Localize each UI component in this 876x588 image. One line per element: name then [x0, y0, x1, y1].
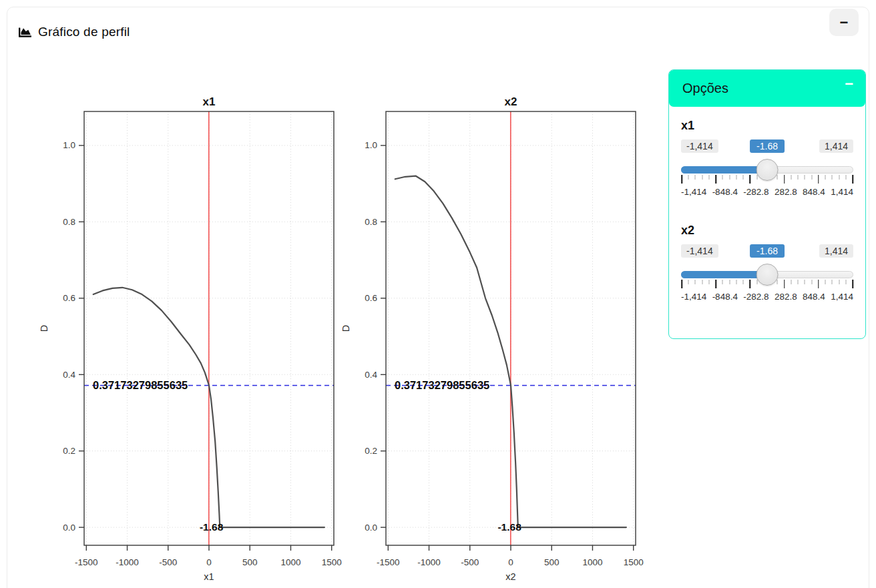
- slider-grid-label: 848.4: [803, 187, 825, 197]
- slider-major-tick: [715, 280, 716, 288]
- slider-x2-filled-bar[interactable]: [681, 271, 767, 278]
- x-tick-label: -500: [461, 557, 479, 567]
- slider-grid-label: 1,414: [831, 292, 853, 302]
- vline-value-annotation: -1.68: [497, 521, 521, 533]
- slider-minor-tick: [825, 280, 826, 284]
- slider-minor-tick: [839, 175, 839, 180]
- slider-minor-tick: [729, 280, 730, 284]
- y-tick-label: 0.8: [63, 217, 75, 227]
- slider-minor-tick: [695, 280, 696, 284]
- slider-major-tick: [818, 280, 819, 288]
- profile-card: Gráfico de perfil − -1500-1000-500050010…: [7, 7, 869, 588]
- y-tick-label: 0.0: [63, 523, 75, 533]
- slider-x2-min-badge: -1,414: [681, 244, 718, 258]
- slider-grid-label: 848.4: [803, 292, 825, 302]
- slider-group-x2: x2 -1,414 1,414 -1.68 -1,414-848.4-282.8…: [681, 224, 853, 308]
- slider-minor-tick: [825, 175, 826, 180]
- slider-minor-tick: [736, 280, 736, 284]
- slider-grid-label: 282.8: [775, 292, 797, 302]
- y-tick-label: 0.4: [63, 370, 75, 380]
- slider-x1-max-badge: 1,414: [819, 139, 853, 153]
- slider-minor-tick: [845, 280, 846, 284]
- slider-grid-label: -1,414: [681, 292, 706, 302]
- profile-plot-x2: -1500-1000-5000500100015000.00.20.40.60.…: [336, 94, 650, 588]
- options-panel: Opções − x1 -1,414 1,414 -1.68 -1,414-84…: [668, 69, 866, 339]
- profile-plot-x1: -1500-1000-5000500100015000.00.20.40.60.…: [34, 94, 348, 588]
- x-tick-label: 500: [544, 557, 560, 567]
- slider-x2-grid-labels: -1,414-848.4-282.8282.8848.41,414: [681, 292, 853, 302]
- slider-minor-tick: [722, 280, 723, 284]
- y-tick-label: 1.0: [365, 140, 377, 150]
- slider-x2-max-badge: 1,414: [819, 244, 853, 258]
- x-tick-label: -1000: [116, 557, 139, 567]
- slider-minor-tick: [798, 175, 799, 180]
- x-tick-label: -1500: [75, 557, 98, 567]
- slider-x2: -1,414 1,414 -1.68 -1,414-848.4-282.8282…: [681, 244, 853, 308]
- y-axis-label: D: [39, 325, 49, 332]
- slider-x1-grid-labels: -1,414-848.4-282.8282.8848.41,414: [681, 187, 853, 197]
- slider-minor-tick: [743, 280, 744, 284]
- chart-area-icon: [18, 26, 32, 39]
- x-tick-label: 1000: [280, 557, 300, 567]
- slider-x1: -1,414 1,414 -1.68 -1,414-848.4-282.8282…: [681, 139, 853, 204]
- slider-minor-tick: [695, 175, 696, 180]
- y-tick-label: 0.0: [365, 523, 377, 533]
- slider-minor-tick: [729, 175, 730, 180]
- slider-minor-tick: [845, 175, 846, 180]
- slider-minor-tick: [688, 280, 689, 284]
- slider-group-x1: x1 -1,414 1,414 -1.68 -1,414-848.4-282.8…: [681, 119, 853, 204]
- x-tick-label: -1000: [417, 557, 441, 567]
- slider-minor-tick: [702, 280, 702, 284]
- y-tick-label: 1.0: [63, 140, 75, 150]
- y-tick-label: 0.4: [365, 370, 377, 380]
- slider-minor-tick: [805, 280, 805, 284]
- card-collapse-button[interactable]: −: [829, 9, 859, 36]
- slider-minor-tick: [777, 280, 778, 284]
- slider-major-tick: [852, 280, 853, 288]
- slider-grid-label: -1,414: [681, 187, 706, 197]
- x-tick-label: 1000: [582, 557, 602, 567]
- slider-major-tick: [784, 280, 785, 288]
- slider-minor-tick: [805, 175, 805, 180]
- x-tick-label: 1500: [624, 557, 644, 567]
- slider-minor-tick: [791, 280, 791, 284]
- slider-x2-label: x2: [681, 224, 853, 238]
- slider-minor-tick: [791, 175, 791, 180]
- slider-minor-tick: [736, 175, 736, 180]
- slider-minor-tick: [839, 280, 839, 284]
- plot-title: x2: [505, 95, 517, 108]
- slider-x1-min-badge: -1,414: [681, 139, 718, 153]
- slider-minor-tick: [708, 175, 709, 180]
- hline-value-annotation: 0.37173279855635: [395, 379, 489, 391]
- slider-x1-handle[interactable]: [756, 159, 779, 181]
- y-tick-label: 0.2: [63, 446, 75, 456]
- vline-value-annotation: -1.68: [200, 521, 224, 533]
- slider-major-tick: [750, 175, 751, 184]
- slider-grid-label: -848.4: [712, 187, 738, 197]
- x-tick-label: 0: [508, 557, 513, 567]
- x-tick-label: -1500: [377, 557, 400, 567]
- slider-x1-label: x1: [681, 119, 853, 133]
- x-axis-label: x1: [204, 571, 214, 582]
- plot-title: x1: [203, 95, 216, 108]
- slider-grid-label: 282.8: [775, 187, 797, 197]
- slider-x1-value-badge: -1.68: [750, 139, 785, 153]
- x-axis-label: x2: [505, 571, 515, 582]
- slider-minor-tick: [832, 175, 833, 180]
- slider-grid-label: -282.8: [743, 187, 769, 197]
- slider-x1-filled-bar[interactable]: [681, 166, 767, 174]
- x-tick-label: 0: [206, 557, 212, 567]
- y-tick-label: 0.6: [365, 293, 377, 303]
- slider-minor-tick: [688, 175, 689, 180]
- slider-major-tick: [681, 175, 682, 184]
- slider-x2-handle[interactable]: [756, 264, 779, 286]
- slider-minor-tick: [722, 175, 723, 180]
- slider-x2-value-badge: -1.68: [750, 244, 785, 258]
- hline-value-annotation: 0.37173279855635: [93, 379, 188, 391]
- y-tick-label: 0.2: [365, 446, 377, 456]
- slider-grid-label: -848.4: [712, 292, 738, 302]
- slider-minor-tick: [777, 175, 778, 180]
- slider-grid-label: -282.8: [743, 292, 769, 302]
- y-tick-label: 0.6: [63, 293, 75, 303]
- options-collapse-button[interactable]: −: [845, 77, 853, 91]
